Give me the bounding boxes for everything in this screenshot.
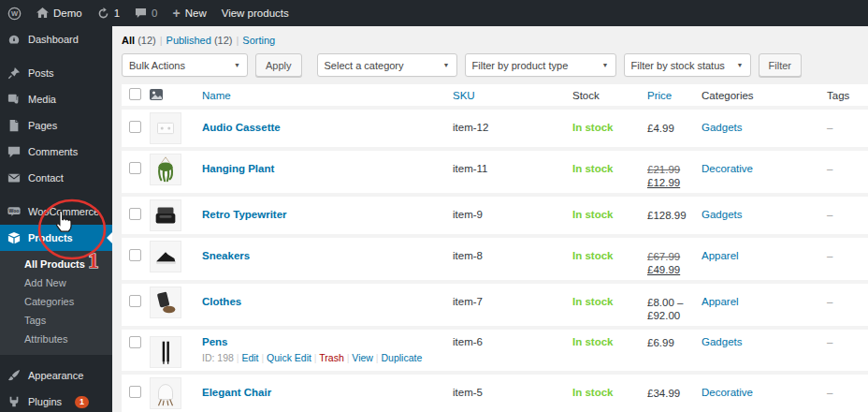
column-header-price[interactable]: Price	[647, 84, 702, 108]
pushpin-icon	[7, 66, 21, 80]
sidebar-item-posts[interactable]: Posts	[0, 60, 112, 86]
product-row: Clothesitem-7In stock£8.00 –£92.00Appare…	[122, 282, 868, 328]
column-header-name[interactable]: Name	[202, 84, 453, 108]
filter-button[interactable]: Filter	[759, 53, 802, 77]
submenu-item-all-products[interactable]: All Products	[0, 255, 112, 273]
category-link[interactable]: Apparel	[702, 296, 739, 307]
stock-status-filter-select[interactable]: Filter by stock status ▼	[624, 53, 751, 77]
sidebar-item-label: Contact	[28, 173, 64, 184]
submenu-item-attributes[interactable]: Attributes	[0, 330, 112, 348]
product-row: Audio Cassetteitem-12In stock£4.99Gadget…	[122, 108, 868, 149]
row-action-quick-edit[interactable]: Quick Edit	[267, 352, 311, 363]
category-filter-select[interactable]: Select a category ▼	[317, 53, 457, 77]
view-products-link[interactable]: View products	[214, 0, 297, 26]
menu-separator	[0, 191, 112, 199]
typewriter-thumbnail[interactable]	[150, 199, 181, 231]
sneaker-thumbnail[interactable]	[150, 241, 181, 272]
comment-icon	[135, 7, 147, 19]
tags-empty-value: –	[827, 163, 832, 174]
new-content-menu[interactable]: + New	[166, 0, 214, 26]
price-cell: £4.99	[647, 108, 702, 149]
tab-published[interactable]: Published (12)	[166, 35, 233, 46]
stock-status: In stock	[572, 250, 613, 261]
comments-menu[interactable]: 0	[127, 0, 165, 26]
updates-menu[interactable]: 1	[90, 0, 127, 26]
row-checkbox[interactable]	[129, 336, 141, 348]
sidebar-item-label: Media	[28, 95, 56, 105]
row-checkbox[interactable]	[129, 386, 141, 398]
submenu-item-tags[interactable]: Tags	[0, 311, 112, 330]
price-range-part: £8.00 –	[647, 296, 698, 309]
column-header-sku[interactable]: SKU	[453, 84, 572, 108]
submenu-item-categories[interactable]: Categories	[0, 292, 112, 311]
sidebar-item-appearance[interactable]: Appearance	[0, 362, 112, 389]
apply-button[interactable]: Apply	[255, 53, 302, 77]
admin-sidebar: DashboardPostsMediaPagesCommentsContactW…	[0, 26, 112, 412]
clothes-thumbnail[interactable]	[150, 287, 181, 318]
product-row: Sneakersitem-8In stock£67.99£49.99Appare…	[122, 236, 868, 282]
product-name-link[interactable]: Hanging Plant	[202, 163, 274, 174]
row-checkbox[interactable]	[129, 121, 141, 133]
category-link[interactable]: Apparel	[702, 250, 739, 261]
cassette-thumbnail[interactable]	[150, 112, 181, 144]
current-menu-arrow	[107, 232, 112, 243]
category-link[interactable]: Gadgets	[702, 122, 742, 133]
sidebar-item-pages[interactable]: Pages	[0, 112, 112, 139]
update-count: 1	[114, 7, 120, 19]
svg-text:Woo: Woo	[9, 208, 20, 213]
woocommerce-icon: Woo	[7, 205, 21, 218]
wordpress-logo-icon[interactable]: W	[0, 0, 29, 26]
product-name-link[interactable]: Elegant Chair	[202, 387, 271, 398]
category-link[interactable]: Gadgets	[702, 336, 742, 347]
row-action-duplicate[interactable]: Duplicate	[381, 352, 422, 363]
product-name-link[interactable]: Retro Typewriter	[202, 209, 287, 220]
sku-value: item-5	[453, 387, 483, 398]
plant-thumbnail[interactable]	[150, 154, 181, 185]
row-checkbox[interactable]	[129, 208, 141, 220]
chair-thumbnail[interactable]	[150, 377, 181, 409]
row-action-edit[interactable]: Edit	[241, 352, 258, 363]
tab-sorting[interactable]: Sorting	[242, 35, 275, 46]
new-label: New	[185, 7, 207, 19]
row-checkbox[interactable]	[129, 162, 141, 174]
status-tabs: All (12)|Published (12)|Sorting	[122, 34, 868, 47]
sidebar-item-contact[interactable]: Contact	[0, 165, 112, 191]
product-type-filter-select[interactable]: Filter by product type ▼	[465, 53, 616, 77]
sale-price: £12.99	[647, 176, 698, 189]
bulk-actions-select[interactable]: Bulk Actions ▼	[122, 53, 248, 77]
category-link[interactable]: Decorative	[702, 163, 753, 174]
product-id-label: ID: 198	[202, 352, 234, 363]
submenu-item-add-new[interactable]: Add New	[0, 273, 112, 292]
product-name-link[interactable]: Clothes	[202, 296, 241, 307]
product-name-link[interactable]: Sneakers	[202, 250, 250, 261]
site-menu[interactable]: Demo	[29, 0, 90, 26]
product-name-link[interactable]: Audio Cassette	[202, 122, 281, 133]
sidebar-item-dashboard[interactable]: Dashboard	[0, 26, 112, 52]
stock-status: In stock	[572, 209, 613, 220]
sidebar-item-products[interactable]: Products	[0, 225, 112, 251]
sidebar-item-plugins[interactable]: Plugins1	[0, 389, 112, 412]
row-checkbox[interactable]	[129, 295, 141, 307]
row-action-trash[interactable]: Trash	[319, 352, 343, 363]
plugin-icon	[7, 395, 21, 408]
column-header-categories: Categories	[702, 84, 827, 108]
row-checkbox[interactable]	[129, 249, 141, 261]
sidebar-item-woocommerce[interactable]: WooWooCommerce	[0, 199, 112, 225]
image-icon	[150, 89, 163, 100]
select-all-checkbox[interactable]	[129, 88, 141, 100]
sidebar-item-media[interactable]: Media	[0, 86, 112, 112]
category-link[interactable]: Decorative	[702, 387, 753, 398]
product-name-link[interactable]: Pens	[202, 336, 228, 347]
pages-icon	[7, 119, 21, 132]
sidebar-item-comments[interactable]: Comments	[0, 139, 112, 165]
column-header-stock: Stock	[572, 84, 647, 108]
row-action-view[interactable]: View	[352, 352, 373, 363]
sku-value: item-7	[453, 296, 483, 307]
sku-value: item-9	[453, 209, 483, 220]
products-list-page: All (12)|Published (12)|Sorting Bulk Act…	[112, 26, 868, 412]
price-value: £34.99	[647, 387, 698, 400]
tab-count: (12)	[137, 35, 156, 46]
tab-all[interactable]: All (12)	[122, 35, 156, 46]
category-link[interactable]: Gadgets	[702, 209, 742, 220]
pens-thumbnail[interactable]	[150, 336, 181, 368]
